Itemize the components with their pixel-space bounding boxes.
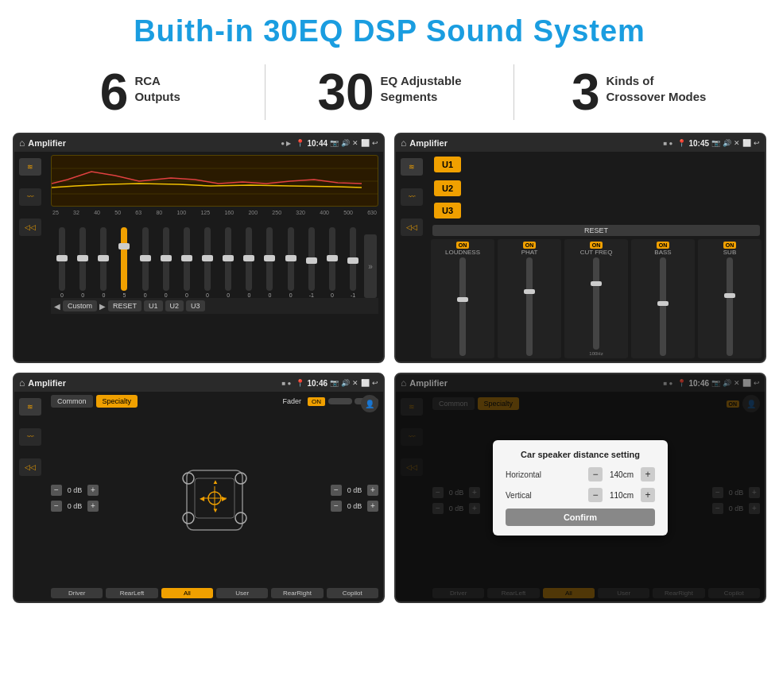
phat-slider[interactable] bbox=[526, 257, 533, 356]
eq-track-13[interactable] bbox=[329, 227, 335, 291]
back-icon-3[interactable]: ↩ bbox=[372, 379, 378, 387]
eq-track-14[interactable] bbox=[350, 227, 356, 291]
driver-btn[interactable]: Driver bbox=[51, 588, 103, 598]
left-minus-2[interactable]: − bbox=[51, 501, 62, 512]
bass-slider[interactable] bbox=[660, 257, 666, 356]
all-btn[interactable]: All bbox=[161, 588, 213, 598]
sub-on[interactable]: ON bbox=[723, 242, 737, 249]
tab-common[interactable]: Common bbox=[51, 395, 93, 408]
eq-track-1[interactable] bbox=[79, 227, 86, 291]
u2-btn-s2[interactable]: U2 bbox=[434, 180, 461, 196]
amp-sidebar-icon-2[interactable]: 〰 bbox=[401, 188, 423, 206]
phat-on[interactable]: ON bbox=[523, 242, 537, 249]
right-plus-1[interactable]: + bbox=[367, 485, 378, 496]
eq-handle-14[interactable] bbox=[347, 257, 358, 264]
eq-track-10[interactable] bbox=[266, 227, 273, 291]
play-icon[interactable]: ▶ bbox=[99, 302, 106, 311]
tab-specialty[interactable]: Specialty bbox=[96, 395, 138, 408]
mixer-sidebar-icon-1[interactable]: ≋ bbox=[19, 398, 41, 416]
sub-handle[interactable] bbox=[724, 293, 735, 298]
dialog-horizontal-minus[interactable]: − bbox=[588, 467, 603, 481]
back-icon-2[interactable]: ↩ bbox=[754, 139, 760, 147]
eq-sidebar-icon-3[interactable]: ◁◁ bbox=[19, 219, 41, 236]
eq-handle-1[interactable] bbox=[77, 255, 88, 261]
home-icon-3[interactable]: ⌂ bbox=[19, 377, 25, 389]
fader-on-btn[interactable]: ON bbox=[308, 397, 325, 406]
eq-track-0[interactable] bbox=[59, 227, 65, 291]
amp-sidebar-icon-3[interactable]: ◁◁ bbox=[401, 219, 423, 236]
eq-track-11[interactable] bbox=[288, 227, 294, 291]
window-icon-3[interactable]: ⬜ bbox=[361, 379, 370, 387]
phat-handle[interactable] bbox=[524, 289, 535, 294]
eq-track-3[interactable] bbox=[121, 227, 127, 291]
eq-track-2[interactable] bbox=[100, 227, 107, 291]
sub-slider[interactable] bbox=[727, 257, 733, 356]
eq-handle-4[interactable] bbox=[140, 255, 151, 261]
left-minus-1[interactable]: − bbox=[51, 485, 62, 496]
loudness-slider[interactable] bbox=[459, 257, 466, 356]
cutfreq-slider[interactable] bbox=[593, 257, 599, 350]
u2-btn-1[interactable]: U2 bbox=[165, 300, 184, 311]
right-minus-1[interactable]: − bbox=[331, 485, 342, 496]
eq-handle-13[interactable] bbox=[327, 255, 338, 261]
expand-btn[interactable]: » bbox=[364, 234, 377, 298]
eq-track-12[interactable] bbox=[308, 227, 315, 291]
mixer-sidebar-icon-2[interactable]: 〰 bbox=[19, 428, 41, 446]
custom-btn[interactable]: Custom bbox=[63, 300, 97, 311]
u3-btn-1[interactable]: U3 bbox=[186, 300, 205, 311]
mixer-sidebar-icon-3[interactable]: ◁◁ bbox=[19, 458, 41, 476]
window-icon-1[interactable]: ⬜ bbox=[361, 139, 370, 147]
loudness-handle[interactable] bbox=[457, 297, 468, 302]
close-icon-2[interactable]: ✕ bbox=[734, 139, 740, 147]
eq-handle-11[interactable] bbox=[285, 255, 296, 261]
eq-track-7[interactable] bbox=[204, 227, 211, 291]
eq-track-5[interactable] bbox=[163, 227, 169, 291]
home-icon-1[interactable]: ⌂ bbox=[19, 137, 25, 149]
right-plus-2[interactable]: + bbox=[367, 501, 378, 512]
u1-btn-1[interactable]: U1 bbox=[144, 300, 163, 311]
eq-handle-9[interactable] bbox=[243, 255, 254, 261]
bass-handle[interactable] bbox=[657, 301, 669, 306]
eq-handle-0[interactable] bbox=[56, 255, 68, 261]
eq-handle-5[interactable] bbox=[161, 255, 172, 261]
u3-btn-s2[interactable]: U3 bbox=[434, 203, 461, 219]
reset-btn-s2[interactable]: RESET bbox=[432, 225, 760, 236]
close-icon-3[interactable]: ✕ bbox=[352, 379, 358, 387]
u1-btn-s2[interactable]: U1 bbox=[434, 157, 461, 172]
eq-track-8[interactable] bbox=[225, 227, 231, 291]
user-btn[interactable]: User bbox=[216, 588, 268, 598]
window-icon-2[interactable]: ⬜ bbox=[742, 139, 751, 147]
eq-track-9[interactable] bbox=[246, 227, 252, 291]
bass-on[interactable]: ON bbox=[657, 242, 670, 249]
profile-btn[interactable]: 👤 bbox=[361, 395, 378, 412]
eq-handle-10[interactable] bbox=[264, 255, 275, 261]
loudness-on[interactable]: ON bbox=[456, 242, 470, 249]
prev-icon[interactable]: ◀ bbox=[54, 302, 60, 311]
left-plus-1[interactable]: + bbox=[87, 485, 99, 496]
dialog-horizontal-plus[interactable]: + bbox=[641, 467, 655, 481]
eq-handle-8[interactable] bbox=[223, 255, 234, 261]
cutfreq-handle[interactable] bbox=[591, 281, 602, 286]
dialog-confirm-btn[interactable]: Confirm bbox=[506, 509, 655, 526]
eq-handle-12[interactable] bbox=[306, 257, 317, 264]
cutfreq-on[interactable]: ON bbox=[590, 242, 603, 249]
back-icon-1[interactable]: ↩ bbox=[372, 139, 378, 147]
eq-sidebar-icon-2[interactable]: 〰 bbox=[19, 188, 41, 206]
eq-track-6[interactable] bbox=[184, 227, 190, 291]
close-icon-1[interactable]: ✕ bbox=[352, 139, 358, 147]
eq-sidebar-icon-1[interactable]: ≋ bbox=[19, 158, 41, 176]
eq-handle-3[interactable] bbox=[118, 243, 130, 249]
fader-h-1[interactable] bbox=[328, 398, 352, 404]
eq-handle-7[interactable] bbox=[202, 255, 213, 261]
dialog-vertical-plus[interactable]: + bbox=[641, 488, 655, 502]
eq-handle-6[interactable] bbox=[181, 255, 192, 261]
dialog-vertical-minus[interactable]: − bbox=[588, 488, 603, 502]
left-plus-2[interactable]: + bbox=[87, 501, 99, 512]
rearright-btn[interactable]: RearRight bbox=[271, 588, 323, 598]
rearleft-btn[interactable]: RearLeft bbox=[106, 588, 157, 598]
copilot-btn[interactable]: Copilot bbox=[327, 588, 378, 598]
right-minus-2[interactable]: − bbox=[331, 501, 342, 512]
eq-handle-2[interactable] bbox=[98, 255, 109, 261]
home-icon-2[interactable]: ⌂ bbox=[401, 137, 406, 149]
eq-track-4[interactable] bbox=[142, 227, 149, 291]
